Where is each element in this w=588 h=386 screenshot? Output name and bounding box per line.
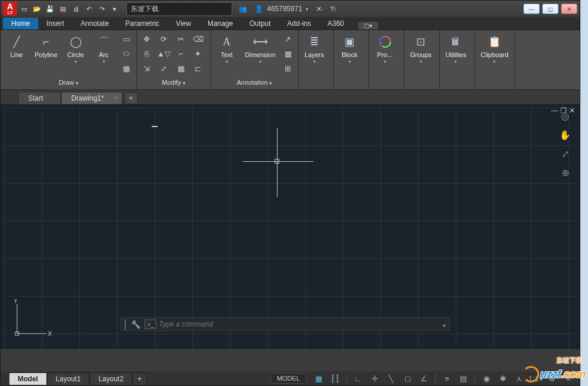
clipboard-button[interactable]: 📋Clipboard▾ [479, 32, 511, 65]
rectangle-icon[interactable]: ▭ [120, 32, 133, 45]
dimension-button[interactable]: ⟷Dimension▾ [243, 32, 278, 65]
circle-button[interactable]: ◯Circle▾ [64, 32, 88, 65]
title-search-box[interactable]: 东坡下载 [126, 2, 232, 16]
exchange-icon[interactable]: ✕· [314, 3, 326, 15]
status-polar-icon[interactable]: ✛ [367, 372, 382, 384]
mirror-icon[interactable]: ▲▽ [158, 47, 171, 60]
layout-tab-add[interactable]: + [132, 372, 147, 385]
leader-icon[interactable]: ↗ [282, 32, 295, 45]
help-icon[interactable]: ?⃝ [327, 3, 339, 15]
tab-view[interactable]: View [168, 18, 199, 29]
groups-label: Groups [410, 51, 432, 58]
qat-open-icon[interactable]: 📂 [31, 3, 43, 15]
orbit-icon[interactable]: ⊕ [558, 165, 572, 179]
table-icon[interactable]: ▦ [282, 47, 295, 60]
text-label: Text [220, 51, 232, 58]
qat-dropdown-icon[interactable]: ▾ [109, 3, 121, 15]
qat-saveas-icon[interactable]: ▤ [57, 3, 69, 15]
status-annomonitor-icon[interactable]: ✱ [495, 372, 510, 384]
status-transparency-icon[interactable]: ▨ [456, 372, 471, 384]
qat-plot-icon[interactable]: 🖨 [70, 3, 82, 15]
search-icon[interactable]: 👥 [237, 3, 249, 15]
text-icon: A [219, 34, 235, 50]
doc-tab-drawing1[interactable]: Drawing1*× [61, 92, 122, 104]
erase-icon[interactable]: ⌫ [192, 32, 205, 45]
status-cycling-icon[interactable]: ◉ [479, 372, 494, 384]
app-logo-letter: A [7, 3, 13, 10]
command-line[interactable]: 🔧 >_ ▴ [121, 317, 450, 331]
status-isodraft-icon[interactable]: ╲ [383, 372, 399, 384]
pan-icon[interactable]: ✋ [558, 128, 572, 142]
tab-featured-apps[interactable]: ▢▾ [358, 22, 378, 29]
utilities-button[interactable]: 🖩Utilities▾ [443, 32, 469, 65]
circle-icon: ◯ [68, 34, 84, 50]
offset-icon[interactable]: ⊏ [192, 62, 205, 75]
polyline-button[interactable]: ⌐Polyline [32, 32, 60, 59]
zoom-extents-icon[interactable]: ⤢ [558, 147, 572, 161]
trim-icon[interactable]: ✂ [175, 32, 188, 45]
tab-a360[interactable]: A360 [319, 18, 352, 29]
fillet-icon[interactable]: ⌐ [175, 47, 188, 60]
tab-manage[interactable]: Manage [199, 18, 241, 29]
tab-output[interactable]: Output [241, 18, 279, 29]
block-button[interactable]: ▣Block▾ [338, 32, 362, 65]
tab-parametric[interactable]: Parametric [117, 18, 168, 29]
panel-modify-title[interactable]: Modify▾ [141, 78, 207, 87]
properties-icon [377, 34, 393, 50]
array-icon[interactable]: ▦ [175, 62, 188, 75]
panel-annotation-title[interactable]: Annotation▾ [215, 78, 295, 87]
close-tab-icon[interactable]: × [115, 95, 118, 101]
doc-tab-start[interactable]: Start [18, 92, 61, 104]
scale-icon[interactable]: ⤢ [158, 62, 171, 75]
qat-redo-icon[interactable]: ↷ [96, 3, 108, 15]
status-osnap-icon[interactable]: ◻ [400, 372, 415, 384]
hatch-icon[interactable]: ▦ [120, 62, 133, 75]
layout-tab-layout1[interactable]: Layout1 [47, 372, 90, 385]
line-button[interactable]: ╱Line [4, 32, 29, 59]
mtext-icon[interactable]: ⊞ [282, 62, 295, 75]
qat-save-icon[interactable]: 💾 [44, 3, 56, 15]
panel-draw-title[interactable]: Draw▾ [4, 78, 133, 87]
dimension-label: Dimension [245, 51, 276, 58]
status-grid-icon[interactable]: ▦ [311, 372, 326, 384]
qat-undo-icon[interactable]: ↶ [83, 3, 95, 15]
ellipse-icon[interactable]: ⬭ [120, 47, 133, 60]
status-ortho-icon[interactable]: ∟ [350, 372, 366, 384]
command-input[interactable] [159, 320, 439, 328]
layers-button[interactable]: ≣Layers▾ [302, 32, 327, 65]
close-button[interactable]: ✕ [561, 4, 577, 14]
tab-insert[interactable]: Insert [38, 18, 72, 29]
status-model-button[interactable]: MODEL [270, 373, 306, 384]
doc-tab-add[interactable]: + [125, 92, 138, 104]
status-snap-icon[interactable]: ┋┋ [328, 372, 343, 384]
rotate-icon[interactable]: ⟳ [158, 32, 171, 45]
tab-home[interactable]: Home [3, 18, 38, 29]
status-lineweight-icon[interactable]: ≡ [439, 372, 455, 384]
cmdline-customize-icon[interactable]: 🔧 [129, 320, 142, 329]
user-account[interactable]: 👤 465795971 ▾ [250, 5, 313, 13]
app-menu-button[interactable]: A LT [3, 2, 17, 16]
full-nav-wheel-icon[interactable]: ◎ [558, 109, 572, 123]
panel-draw: ╱Line ⌐Polyline ◯Circle▾ ⌒Arc▾ ▭ ⬭ ▦ Dra… [1, 30, 137, 89]
copy-icon[interactable]: ⎘ [141, 47, 153, 60]
properties-button[interactable]: Pro...▾ [373, 32, 397, 65]
text-button[interactable]: AText▾ [215, 32, 239, 65]
tab-annotate[interactable]: Annotate [72, 18, 117, 29]
arc-button[interactable]: ⌒Arc▾ [92, 32, 116, 65]
drawing-area[interactable]: /*placeholder*/ — ❐ ✕ ◎ ✋ ⤢ ⊕ X [1, 104, 580, 349]
groups-button[interactable]: ⊡Groups▾ [408, 32, 434, 65]
stretch-icon[interactable]: ⇲ [141, 62, 153, 75]
tab-addins[interactable]: Add-ins [279, 18, 319, 29]
cmdline-history-icon[interactable]: ▴ [439, 321, 449, 328]
qat-new-icon[interactable]: ▭ [18, 3, 30, 15]
maximize-button[interactable]: ◻ [542, 4, 559, 14]
minimize-button[interactable]: — [523, 4, 540, 14]
dimension-icon: ⟷ [252, 34, 269, 50]
status-otrack-icon[interactable]: ∠ [416, 372, 432, 384]
cmdline-grip-icon[interactable] [121, 318, 129, 331]
clipboard-icon: 📋 [486, 34, 503, 50]
layout-tab-layout2[interactable]: Layout2 [89, 372, 132, 385]
move-icon[interactable]: ✥ [141, 32, 153, 45]
explode-icon[interactable]: ✦ [192, 47, 205, 60]
layout-tab-model[interactable]: Model [9, 372, 47, 385]
